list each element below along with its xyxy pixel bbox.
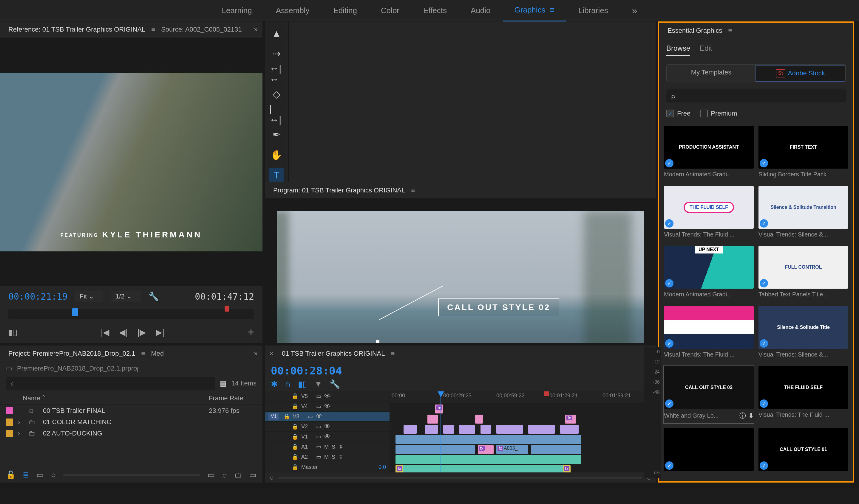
- adobe-stock-button[interactable]: StAdobe Stock: [755, 65, 845, 82]
- reference-marker-icon[interactable]: ▮▯: [8, 327, 17, 337]
- workspace-tab-color[interactable]: Color: [369, 0, 411, 21]
- eg-template-item[interactable]: ✓CALL OUT STYLE 01: [758, 428, 848, 477]
- eg-template-item[interactable]: ✓: [664, 428, 754, 477]
- project-col-name[interactable]: Name ˄: [6, 394, 209, 402]
- eg-template-item[interactable]: ✓PRODUCTION ASSISTANTModern Animated Gra…: [664, 126, 754, 181]
- step-back-button[interactable]: ◀|: [119, 327, 127, 337]
- clip[interactable]: [531, 445, 581, 454]
- eg-edit-tab[interactable]: Edit: [700, 44, 712, 56]
- clip[interactable]: [528, 425, 555, 434]
- premium-filter-checkbox[interactable]: Premium: [700, 110, 737, 117]
- media-browser-tab[interactable]: Med: [147, 347, 167, 360]
- reference-settings-icon[interactable]: 🔧: [149, 292, 159, 301]
- clip[interactable]: [496, 425, 523, 434]
- reference-scrubber[interactable]: [8, 309, 254, 319]
- timeline-tab[interactable]: 01 TSB Trailer Graphics ORIGINAL: [278, 347, 389, 360]
- project-tab[interactable]: Project: PremierePro_NAB2018_Drop_02.1: [5, 347, 139, 360]
- type-tool[interactable]: T: [269, 168, 284, 182]
- callout-title-box[interactable]: CALL OUT STYLE 02: [438, 298, 559, 316]
- go-to-out-button[interactable]: ▶|: [156, 327, 164, 337]
- reference-fit-select[interactable]: Fit ⌄: [75, 291, 104, 302]
- clip[interactable]: [425, 425, 438, 434]
- align-tool[interactable]: ↔|↔: [269, 67, 284, 81]
- eg-template-item[interactable]: ✓CALL OUT STYLE 02White and Gray Lo...ⓘ⬇: [664, 366, 754, 424]
- reference-scale-select[interactable]: 1/2 ⌄: [111, 291, 141, 302]
- source-tab[interactable]: Source: A002_C005_02131: [157, 23, 245, 36]
- clip[interactable]: fx: [565, 415, 576, 424]
- project-row[interactable]: ›🗀01 COLOR MATCHING: [0, 416, 262, 428]
- reference-add-button[interactable]: +: [248, 326, 254, 338]
- essential-graphics-menu-icon[interactable]: ≡: [728, 27, 732, 34]
- project-tab-menu-icon[interactable]: ≡: [141, 350, 145, 358]
- panel-overflow-button[interactable]: »: [254, 26, 258, 33]
- clip[interactable]: [395, 465, 566, 472]
- essential-graphics-tab[interactable]: Essential Graphics: [664, 25, 726, 37]
- ellipse-tool[interactable]: ✒: [269, 127, 284, 142]
- clip[interactable]: fx: [435, 405, 443, 413]
- timeline-tab-menu-icon[interactable]: ≡: [391, 350, 395, 358]
- my-templates-button[interactable]: My Templates: [667, 65, 755, 82]
- timeline-marker-icon[interactable]: ▼: [314, 379, 322, 389]
- workspace-menu-icon[interactable]: ≡: [548, 5, 555, 14]
- track-header-master[interactable]: 🔒Master0.0: [265, 462, 390, 472]
- go-to-in-button[interactable]: |◀: [101, 327, 109, 337]
- track-header-v4[interactable]: 🔒V4▭👁: [265, 401, 390, 412]
- track-header-v3[interactable]: V1🔒V3▭👁: [265, 412, 390, 422]
- project-row[interactable]: ›🗀02 AUTO-DUCKING: [0, 428, 262, 439]
- workspace-tab-assembly[interactable]: Assembly: [264, 0, 321, 21]
- timeline-playhead[interactable]: [440, 391, 441, 472]
- clip[interactable]: fx: [563, 465, 571, 472]
- project-filter-icon[interactable]: ▤: [220, 379, 227, 388]
- clip[interactable]: [395, 435, 581, 444]
- timeline-tracks[interactable]: :00:00 00:00:29:23 00:00:59:22 00:01:29:…: [390, 391, 655, 472]
- new-item-icon[interactable]: ▭: [249, 470, 256, 479]
- clip[interactable]: fxA003_: [496, 445, 528, 454]
- track-header-v5[interactable]: 🔒V5▭👁: [265, 391, 390, 401]
- step-forward-button[interactable]: |▶: [137, 327, 146, 337]
- info-icon[interactable]: ⓘ: [739, 411, 746, 420]
- project-search-input[interactable]: [6, 377, 215, 390]
- program-tab-menu-icon[interactable]: ≡: [411, 187, 415, 194]
- clip[interactable]: [475, 415, 483, 424]
- reference-playhead[interactable]: [72, 308, 78, 316]
- eg-search-field[interactable]: ⌕: [666, 89, 846, 103]
- reference-tab[interactable]: Reference: 01 TSB Trailer Graphics ORIGI…: [5, 23, 149, 36]
- timeline-ruler[interactable]: :00:00 00:00:29:23 00:00:59:22 00:01:29:…: [390, 391, 655, 403]
- eg-template-item[interactable]: ✓THE FLUID SELFVisual Trends: The Fluid …: [758, 366, 848, 424]
- clip[interactable]: [404, 425, 417, 434]
- expand-icon[interactable]: ›: [18, 418, 24, 426]
- find-icon[interactable]: ⌕: [222, 470, 227, 479]
- clip[interactable]: [427, 415, 438, 424]
- eg-browse-tab[interactable]: Browse: [666, 44, 690, 56]
- timeline-out-marker[interactable]: [544, 391, 549, 396]
- reference-timecode-current[interactable]: 00:00:21:19: [8, 291, 68, 302]
- clip[interactable]: [560, 425, 579, 434]
- list-view-icon[interactable]: ≣: [22, 470, 29, 479]
- timeline-timecode[interactable]: 00:00:28:04: [271, 365, 342, 377]
- clip[interactable]: [481, 425, 491, 434]
- selection-tool[interactable]: ▲: [269, 26, 284, 41]
- reference-monitor[interactable]: FEATURINGKYLE THIERMANN: [0, 38, 262, 286]
- project-lock-icon[interactable]: 🔓: [6, 470, 16, 479]
- hand-tool[interactable]: ✋: [269, 148, 284, 162]
- free-filter-checkbox[interactable]: ✓Free: [666, 110, 691, 117]
- pen-tool[interactable]: ◇: [269, 87, 284, 101]
- workspace-tab-effects[interactable]: Effects: [411, 0, 459, 21]
- add-marker-icon[interactable]: ▮▯: [298, 379, 307, 389]
- eg-template-item[interactable]: ✓FULL CONTROLTabbed Text Panels Title...: [758, 246, 848, 301]
- workspace-tab-graphics[interactable]: Graphics ≡: [502, 0, 567, 22]
- eg-template-item[interactable]: ✓Silence & Solitude TransitionVisual Tre…: [758, 186, 848, 241]
- new-bin-icon[interactable]: 🗀: [234, 470, 242, 479]
- freeform-view-icon[interactable]: ○: [51, 470, 56, 479]
- eg-template-item[interactable]: ✓FIRST TEXTSliding Borders Title Pack: [758, 126, 848, 181]
- eg-template-item[interactable]: ✓Silence & Solitude TitleVisual Trends: …: [758, 306, 848, 361]
- callout-anchor[interactable]: [376, 340, 379, 343]
- track-header-a2[interactable]: 🔒A2▭MS🎙: [265, 452, 390, 462]
- linked-selection-icon[interactable]: ∩: [285, 379, 291, 389]
- timeline-settings-icon[interactable]: 🔧: [330, 379, 340, 389]
- clip[interactable]: fx: [395, 465, 404, 472]
- workspace-overflow-button[interactable]: »: [620, 5, 649, 16]
- track-header-a1[interactable]: 🔒A1▭MS🎙: [265, 442, 390, 452]
- expand-icon[interactable]: ›: [18, 429, 24, 437]
- download-icon[interactable]: ⬇: [748, 412, 754, 420]
